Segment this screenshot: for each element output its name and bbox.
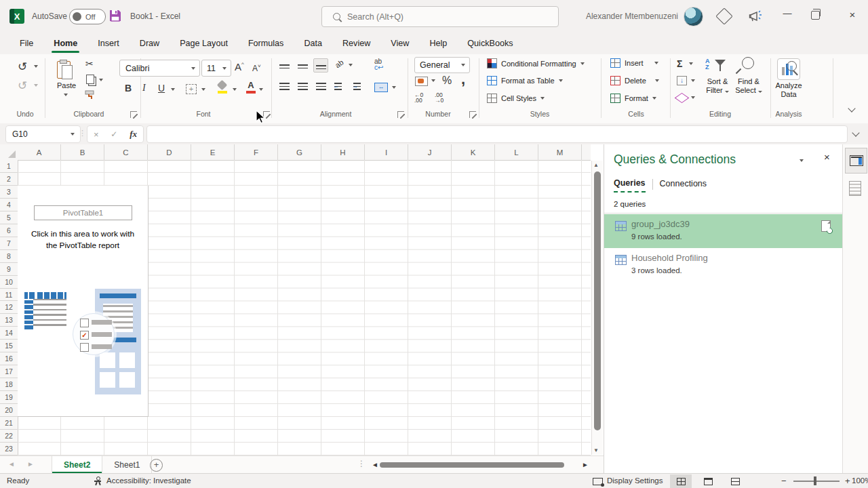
column-header-B[interactable]: B (61, 144, 104, 160)
analyze-data-button[interactable]: AnalyzeData (770, 81, 807, 99)
column-header-D[interactable]: D (148, 144, 191, 160)
page-layout-view-button[interactable] (697, 474, 719, 488)
cell-styles-button[interactable]: Cell Styles (487, 94, 545, 103)
align-middle-button[interactable] (298, 62, 308, 72)
row-header-7[interactable]: 7 (0, 237, 18, 250)
format-painter-button[interactable] (84, 89, 96, 100)
scrollbar-splitter[interactable]: ⋮ (357, 459, 366, 468)
row-header-19[interactable]: 19 (0, 391, 18, 404)
zoom-slider-track[interactable] (793, 481, 840, 482)
ribbon-tab-file[interactable]: File (9, 33, 43, 54)
row-header-11[interactable]: 11 (0, 289, 18, 302)
row-header-20[interactable]: 20 (0, 404, 18, 417)
ribbon-tab-quickbooks[interactable]: QuickBooks (457, 33, 523, 54)
formula-input[interactable] (146, 125, 848, 143)
page-break-view-button[interactable] (724, 474, 746, 488)
undo-button[interactable]: ↺ (18, 60, 27, 74)
column-header-E[interactable]: E (191, 144, 235, 160)
borders-dropdown-icon[interactable] (201, 88, 205, 91)
row-header-4[interactable]: 4 (0, 199, 18, 211)
ribbon-tab-formulas[interactable]: Formulas (238, 33, 294, 54)
column-header-F[interactable]: F (235, 144, 278, 160)
zoom-out-button[interactable]: − (781, 476, 787, 486)
autosum-dropdown-icon[interactable] (689, 62, 693, 65)
align-bottom-button[interactable] (313, 58, 328, 73)
row-header-10[interactable]: 10 (0, 276, 18, 289)
column-header-L[interactable]: L (495, 144, 538, 160)
user-avatar[interactable] (684, 7, 703, 26)
sheet-tab-sheet1[interactable]: Sheet1 (102, 456, 152, 473)
row-header-6[interactable]: 6 (0, 224, 18, 237)
column-header-M[interactable]: M (538, 144, 582, 160)
normal-view-button[interactable] (670, 474, 692, 488)
ribbon-tab-data[interactable]: Data (294, 33, 332, 54)
column-header-G[interactable]: G (278, 144, 321, 160)
horizontal-scrollbar-thumb[interactable] (380, 462, 564, 468)
row-header-2[interactable]: 2 (0, 173, 18, 186)
delete-cells-button[interactable]: Delete (610, 76, 659, 85)
align-center-button[interactable] (298, 83, 308, 92)
save-icon[interactable] (108, 9, 122, 22)
zoom-in-button[interactable]: + (845, 476, 850, 486)
conditional-formatting-button[interactable]: Conditional Formatting (487, 58, 585, 68)
pane-tab-connections[interactable]: Connections (660, 179, 707, 192)
vertical-scrollbar-thumb[interactable] (594, 171, 601, 430)
cut-button[interactable]: ✂ (85, 58, 94, 69)
column-header-H[interactable]: H (321, 144, 365, 160)
insert-function-icon[interactable]: fx (130, 129, 137, 140)
row-header-18[interactable]: 18 (0, 378, 18, 391)
row-header-1[interactable]: 1 (0, 160, 18, 173)
decrease-indent-button[interactable]: ← (334, 83, 342, 92)
percent-style-button[interactable]: % (442, 75, 452, 87)
undo-dropdown-icon[interactable] (34, 65, 38, 68)
column-header-K[interactable]: K (452, 144, 495, 160)
clipboard-dialog-launcher-icon[interactable] (130, 111, 137, 118)
font-name-combo[interactable]: Calibri (119, 60, 200, 77)
name-box[interactable]: G10 (5, 125, 81, 143)
autosave-toggle[interactable]: Off (69, 9, 106, 24)
name-box-splitter[interactable]: ⋮ (79, 129, 86, 138)
find-select-button[interactable]: Find &Select (730, 77, 768, 95)
paste-button[interactable]: Paste (54, 81, 79, 89)
clear-dropdown-icon[interactable] (691, 96, 695, 99)
format-cells-button[interactable]: Format (610, 94, 656, 103)
vertical-scrollbar[interactable]: ▲ ▼ (591, 161, 603, 455)
row-header-22[interactable]: 22 (0, 430, 18, 443)
ribbon-tab-draw[interactable]: Draw (130, 33, 170, 54)
row-header-13[interactable]: 13 (0, 314, 18, 327)
collapse-ribbon-icon[interactable] (848, 104, 855, 112)
ribbon-tab-insert[interactable]: Insert (87, 33, 130, 54)
copy-dropdown-icon[interactable] (99, 79, 103, 81)
row-header-21[interactable]: 21 (0, 417, 18, 430)
rewards-diamond-icon[interactable] (715, 7, 732, 24)
ribbon-tab-help[interactable]: Help (419, 33, 457, 54)
row-header-9[interactable]: 9 (0, 263, 18, 276)
autosum-button[interactable]: Σ (677, 58, 682, 69)
hscroll-right-icon[interactable]: ► (582, 461, 589, 468)
pivot-placeholder-area[interactable]: PivotTable1 Click in this area to work w… (18, 186, 149, 417)
paste-icon[interactable] (57, 60, 75, 80)
orientation-button[interactable]: ab (334, 58, 345, 70)
row-header-14[interactable]: 14 (0, 327, 18, 340)
expand-formula-bar-icon[interactable] (852, 129, 859, 136)
column-header-I[interactable]: I (365, 144, 408, 160)
new-sheet-button[interactable]: + (150, 459, 163, 472)
font-color-button[interactable]: A (245, 80, 256, 94)
restore-button[interactable] (811, 11, 820, 20)
align-right-button[interactable] (316, 83, 326, 92)
row-header-23[interactable]: 23 (0, 443, 18, 455)
italic-button[interactable]: I (142, 83, 146, 94)
row-header-12[interactable]: 12 (0, 301, 18, 314)
redo-dropdown-icon[interactable] (34, 84, 38, 87)
row-header-3[interactable]: 3 (0, 186, 18, 199)
minimize-button[interactable]: — (778, 8, 796, 23)
ribbon-tab-review[interactable]: Review (332, 33, 380, 54)
query-refresh-doc-icon[interactable] (821, 220, 831, 232)
alignment-dialog-launcher-icon[interactable] (397, 111, 404, 118)
font-color-dropdown-icon[interactable] (259, 88, 263, 91)
sheet-nav-right-icon[interactable]: ► (27, 460, 34, 468)
accessibility-status[interactable]: Accessibility: Investigate (106, 476, 191, 485)
pivot-fields-pane-toggle-button[interactable] (847, 178, 863, 199)
display-settings-button[interactable]: Display Settings (607, 476, 663, 485)
clear-button[interactable] (675, 93, 690, 103)
